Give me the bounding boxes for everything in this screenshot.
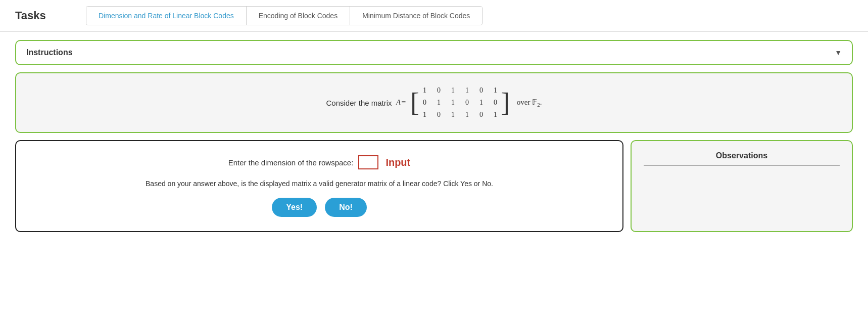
observations-panel: Observations bbox=[631, 140, 853, 232]
generator-question: Based on your answer above, is the displ… bbox=[146, 180, 493, 188]
yes-button[interactable]: Yes! bbox=[272, 198, 317, 217]
no-button[interactable]: No! bbox=[325, 198, 367, 217]
cell-0-5: 1 bbox=[494, 86, 497, 95]
observations-content bbox=[644, 166, 840, 221]
page-title: Tasks bbox=[15, 9, 66, 22]
rowspace-row: Enter the dimension of the rowspace: Inp… bbox=[228, 155, 411, 169]
input-panel: Enter the dimension of the rowspace: Inp… bbox=[15, 140, 623, 232]
matrix-grid: 1 0 1 1 0 1 0 1 1 0 1 0 1 0 1 bbox=[420, 85, 500, 120]
matrix-brackets: [ 1 0 1 1 0 1 0 1 1 0 1 0 1 bbox=[410, 85, 510, 120]
cell-0-0: 1 bbox=[423, 86, 426, 95]
matrix-display: Consider the matrix A= [ 1 0 1 1 0 1 0 1… bbox=[326, 85, 542, 120]
rowspace-prompt: Enter the dimension of the rowspace: bbox=[228, 158, 354, 167]
main-content: Instructions ▼ Consider the matrix A= [ … bbox=[0, 32, 868, 240]
bracket-left: [ bbox=[410, 90, 419, 116]
input-label-text: Input bbox=[385, 157, 410, 168]
bracket-right: ] bbox=[501, 90, 509, 116]
instructions-bar[interactable]: Instructions ▼ bbox=[15, 40, 853, 65]
matrix-variable: A= bbox=[396, 98, 407, 107]
matrix-section: Consider the matrix A= [ 1 0 1 1 0 1 0 1… bbox=[15, 72, 853, 133]
yes-no-buttons: Yes! No! bbox=[272, 198, 367, 217]
cell-1-4: 1 bbox=[479, 99, 483, 107]
cell-2-1: 0 bbox=[437, 111, 441, 119]
tab-bar: Dimension and Rate of Linear Block Codes… bbox=[86, 6, 483, 25]
cell-2-3: 1 bbox=[465, 111, 469, 119]
cell-1-1: 1 bbox=[437, 99, 441, 107]
cell-0-2: 1 bbox=[451, 86, 455, 95]
cell-0-3: 1 bbox=[465, 86, 469, 95]
cell-2-4: 0 bbox=[479, 111, 483, 119]
cell-0-4: 0 bbox=[479, 86, 483, 95]
cell-1-0: 0 bbox=[423, 99, 426, 107]
bottom-row: Enter the dimension of the rowspace: Inp… bbox=[15, 140, 853, 232]
cell-2-5: 1 bbox=[494, 111, 497, 119]
cell-1-3: 0 bbox=[465, 99, 469, 107]
cell-1-2: 1 bbox=[451, 99, 455, 107]
cell-1-5: 0 bbox=[494, 99, 497, 107]
tab-encoding[interactable]: Encoding of Block Codes bbox=[247, 7, 350, 25]
field-label: over 𝔽2. bbox=[517, 98, 542, 108]
cell-2-0: 1 bbox=[423, 111, 426, 119]
cell-0-1: 0 bbox=[437, 86, 441, 95]
header: Tasks Dimension and Rate of Linear Block… bbox=[0, 0, 868, 32]
rowspace-input[interactable] bbox=[358, 155, 378, 169]
cell-2-2: 1 bbox=[451, 111, 455, 119]
tab-minimum-distance[interactable]: Minimum Distance of Block Codes bbox=[350, 7, 482, 25]
tab-dimension-rate[interactable]: Dimension and Rate of Linear Block Codes bbox=[86, 7, 247, 25]
observations-title: Observations bbox=[644, 151, 840, 166]
matrix-prefix: Consider the matrix bbox=[326, 99, 392, 107]
chevron-down-icon: ▼ bbox=[835, 49, 842, 57]
instructions-label: Instructions bbox=[26, 48, 73, 57]
